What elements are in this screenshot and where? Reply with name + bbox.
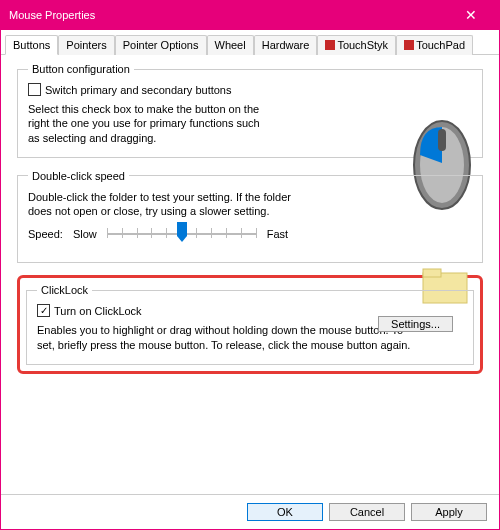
- clicklock-desc: Enables you to highlight or drag without…: [37, 323, 417, 352]
- slider-thumb-icon: [175, 222, 189, 244]
- tab-touchstyk[interactable]: TouchStyk: [317, 35, 396, 55]
- touchstyk-icon: [325, 40, 335, 50]
- tab-buttons[interactable]: Buttons: [5, 35, 58, 55]
- tab-wheel[interactable]: Wheel: [207, 35, 254, 55]
- clicklock-checkbox[interactable]: ✓: [37, 304, 50, 317]
- mouse-properties-window: Mouse Properties ✕ Buttons Pointers Poin…: [0, 0, 500, 530]
- slow-label: Slow: [73, 228, 97, 240]
- speed-slider[interactable]: [107, 224, 257, 244]
- close-icon[interactable]: ✕: [451, 7, 491, 23]
- clicklock-highlight: ClickLock ✓ Turn on ClickLock Settings..…: [17, 275, 483, 374]
- titlebar[interactable]: Mouse Properties ✕: [1, 0, 499, 30]
- dialog-footer: OK Cancel Apply: [1, 494, 499, 529]
- double-click-desc: Double-click the folder to test your set…: [28, 190, 298, 219]
- clicklock-settings-button[interactable]: Settings...: [378, 316, 453, 332]
- double-click-group: Double-click speed Double-click the fold…: [17, 170, 483, 264]
- clicklock-group: ClickLock ✓ Turn on ClickLock Settings..…: [26, 284, 474, 365]
- svg-rect-2: [438, 129, 446, 151]
- tab-touchpad[interactable]: TouchPad: [396, 35, 473, 55]
- tab-pointers[interactable]: Pointers: [58, 35, 114, 55]
- button-config-desc: Select this check box to make the button…: [28, 102, 268, 145]
- touchpad-icon: [404, 40, 414, 50]
- ok-button[interactable]: OK: [247, 503, 323, 521]
- double-click-legend: Double-click speed: [28, 170, 129, 182]
- svg-rect-5: [423, 269, 441, 277]
- tabstrip: Buttons Pointers Pointer Options Wheel H…: [1, 30, 499, 55]
- switch-buttons-checkbox[interactable]: [28, 83, 41, 96]
- clicklock-legend: ClickLock: [37, 284, 92, 296]
- clicklock-label: Turn on ClickLock: [54, 305, 142, 317]
- switch-buttons-label: Switch primary and secondary buttons: [45, 84, 231, 96]
- tab-pane: Button configuration Switch primary and …: [1, 55, 499, 494]
- cancel-button[interactable]: Cancel: [329, 503, 405, 521]
- button-config-legend: Button configuration: [28, 63, 134, 75]
- apply-button[interactable]: Apply: [411, 503, 487, 521]
- speed-label: Speed:: [28, 228, 63, 240]
- svg-marker-3: [177, 222, 187, 242]
- tab-hardware[interactable]: Hardware: [254, 35, 318, 55]
- fast-label: Fast: [267, 228, 288, 240]
- window-title: Mouse Properties: [9, 9, 451, 21]
- tab-pointer-options[interactable]: Pointer Options: [115, 35, 207, 55]
